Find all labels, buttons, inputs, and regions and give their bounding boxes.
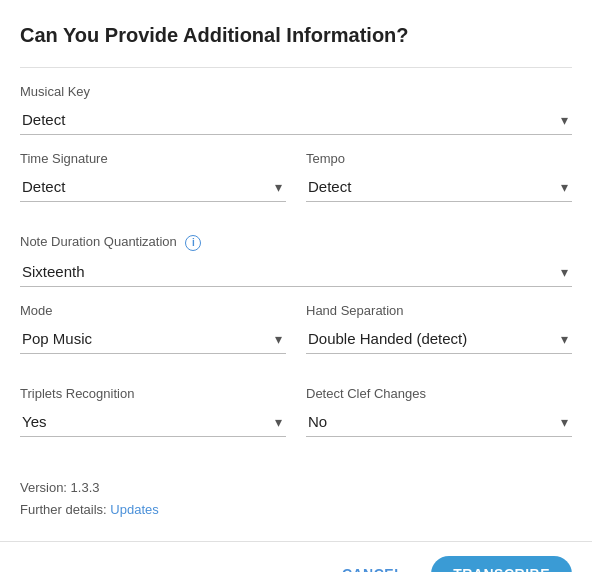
version-text: Version: 1.3.3 — [20, 477, 572, 499]
musical-key-field: Musical Key Detect C Major D Major E Maj… — [20, 84, 572, 135]
note-duration-select[interactable]: Sixteenth Eighth Quarter Half Whole — [20, 257, 572, 287]
time-signature-field: Time Signature Detect 4/4 3/4 2/4 6/8 12… — [20, 151, 286, 202]
triplets-label: Triplets Recognition — [20, 386, 286, 401]
time-signature-label: Time Signature — [20, 151, 286, 166]
cancel-button[interactable]: CANCEL — [330, 558, 415, 572]
further-details-label: Further details: — [20, 502, 110, 517]
musical-key-select[interactable]: Detect C Major D Major E Major F Major G… — [20, 105, 572, 135]
mode-label: Mode — [20, 303, 286, 318]
mode-hand-row: Mode Pop Music Classical Jazz Rock ▾ Han… — [20, 303, 572, 370]
note-duration-select-wrapper: Sixteenth Eighth Quarter Half Whole ▾ — [20, 257, 572, 287]
mode-select[interactable]: Pop Music Classical Jazz Rock — [20, 324, 286, 354]
note-duration-field: Note Duration Quantization i Sixteenth E… — [20, 234, 572, 287]
triplets-select-wrapper: Yes No ▾ — [20, 407, 286, 437]
musical-key-select-wrapper: Detect C Major D Major E Major F Major G… — [20, 105, 572, 135]
tempo-select-wrapper: Detect Slow Medium Fast ▾ — [306, 172, 572, 202]
detect-clef-select[interactable]: No Yes — [306, 407, 572, 437]
detect-clef-select-wrapper: No Yes ▾ — [306, 407, 572, 437]
dialog-footer: CANCEL TRANSCRIBE — [0, 541, 592, 572]
updates-link[interactable]: Updates — [110, 502, 158, 517]
time-signature-select-wrapper: Detect 4/4 3/4 2/4 6/8 12/8 ▾ — [20, 172, 286, 202]
mode-field: Mode Pop Music Classical Jazz Rock ▾ — [20, 303, 286, 354]
further-details-row: Further details: Updates — [20, 499, 572, 521]
dialog-container: Can You Provide Additional Information? … — [0, 0, 592, 541]
divider-top — [20, 67, 572, 68]
tempo-field: Tempo Detect Slow Medium Fast ▾ — [306, 151, 572, 202]
mode-select-wrapper: Pop Music Classical Jazz Rock ▾ — [20, 324, 286, 354]
time-signature-select[interactable]: Detect 4/4 3/4 2/4 6/8 12/8 — [20, 172, 286, 202]
hand-separation-select-wrapper: Double Handed (detect) Single Hand Left … — [306, 324, 572, 354]
hand-separation-select[interactable]: Double Handed (detect) Single Hand Left … — [306, 324, 572, 354]
triplets-field: Triplets Recognition Yes No ▾ — [20, 386, 286, 437]
hand-separation-label: Hand Separation — [306, 303, 572, 318]
triplets-clef-row: Triplets Recognition Yes No ▾ Detect Cle… — [20, 386, 572, 453]
transcribe-button[interactable]: TRANSCRIBE — [431, 556, 572, 572]
tempo-label: Tempo — [306, 151, 572, 166]
note-duration-label: Note Duration Quantization i — [20, 234, 572, 251]
tempo-select[interactable]: Detect Slow Medium Fast — [306, 172, 572, 202]
detect-clef-field: Detect Clef Changes No Yes ▾ — [306, 386, 572, 437]
musical-key-label: Musical Key — [20, 84, 572, 99]
triplets-select[interactable]: Yes No — [20, 407, 286, 437]
time-tempo-row: Time Signature Detect 4/4 3/4 2/4 6/8 12… — [20, 151, 572, 218]
detect-clef-label: Detect Clef Changes — [306, 386, 572, 401]
note-duration-info-icon[interactable]: i — [185, 235, 201, 251]
dialog-title: Can You Provide Additional Information? — [20, 24, 572, 47]
hand-separation-field: Hand Separation Double Handed (detect) S… — [306, 303, 572, 354]
version-info: Version: 1.3.3 Further details: Updates — [20, 477, 572, 521]
